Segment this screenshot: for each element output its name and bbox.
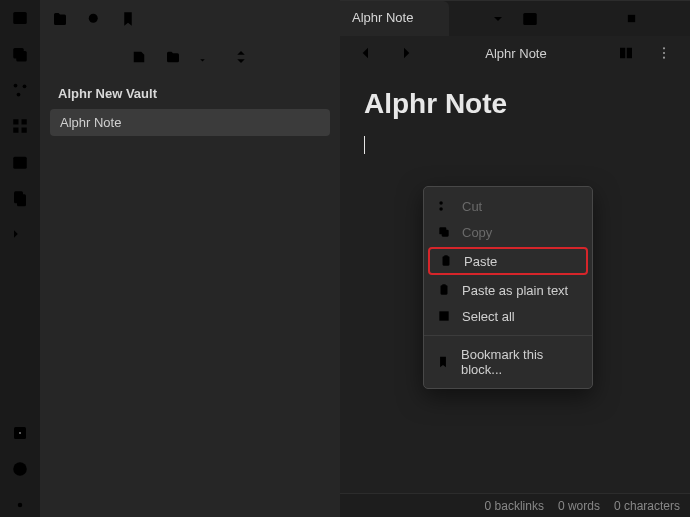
tab-dropdown-icon[interactable] [487, 8, 509, 30]
vault-list: Alphr New Vault Alphr Note [40, 80, 340, 136]
svg-line-45 [664, 15, 671, 22]
svg-point-47 [663, 47, 665, 49]
svg-line-46 [664, 15, 671, 22]
menu-cut-label: Cut [462, 199, 482, 214]
editor-line[interactable] [364, 134, 666, 156]
document-title[interactable]: Alphr Note [364, 88, 666, 120]
vault-icon[interactable] [8, 421, 32, 445]
svg-line-37 [426, 14, 433, 21]
copy-icon [436, 224, 452, 240]
svg-rect-13 [22, 128, 27, 133]
svg-rect-41 [524, 13, 538, 25]
window-close-icon[interactable] [660, 12, 674, 26]
templates-icon[interactable] [8, 186, 32, 210]
right-sidebar-icon[interactable] [519, 8, 541, 30]
svg-line-28 [97, 22, 100, 25]
daily-note-icon[interactable] [8, 150, 32, 174]
nav-forward-icon[interactable] [394, 41, 418, 65]
status-backlinks[interactable]: 0 backlinks [485, 499, 544, 513]
settings-icon[interactable] [8, 493, 32, 517]
svg-line-9 [19, 88, 24, 93]
svg-point-22 [19, 432, 21, 434]
menu-divider [424, 335, 592, 336]
sidebar-toggle-icon[interactable] [8, 6, 32, 30]
help-icon[interactable] [8, 457, 32, 481]
tab-close-icon[interactable] [421, 10, 437, 26]
quick-switcher-icon[interactable] [8, 42, 32, 66]
new-folder-icon[interactable] [163, 47, 183, 67]
svg-point-27 [89, 14, 98, 23]
svg-rect-57 [444, 255, 448, 257]
svg-point-26 [18, 503, 23, 508]
svg-rect-14 [13, 157, 27, 169]
sort-icon[interactable] [197, 47, 217, 67]
svg-rect-12 [13, 128, 18, 133]
activity-bar [0, 0, 40, 517]
menu-paste-plain[interactable]: Paste as plain text [424, 277, 592, 303]
tab-active[interactable]: Alphr Note [340, 1, 449, 36]
status-chars[interactable]: 0 characters [614, 499, 680, 513]
graph-icon[interactable] [8, 78, 32, 102]
sidebar-tabs [40, 0, 340, 38]
tab-row: Alphr Note [340, 0, 690, 36]
svg-rect-10 [13, 119, 18, 124]
context-menu: Cut Copy Paste Paste as plain text Selec… [423, 186, 593, 389]
clipboard-text-icon [436, 282, 452, 298]
maximize-icon[interactable] [624, 12, 638, 26]
svg-point-50 [439, 201, 443, 205]
svg-rect-44 [627, 15, 634, 22]
canvas-icon[interactable] [8, 114, 32, 138]
menu-bookmark[interactable]: Bookmark this block... [424, 342, 592, 382]
nav-back-icon[interactable] [354, 41, 378, 65]
bookmarks-tab-icon[interactable] [114, 5, 142, 33]
svg-line-8 [16, 87, 18, 93]
svg-point-48 [663, 52, 665, 54]
more-icon[interactable] [652, 41, 676, 65]
status-words[interactable]: 0 words [558, 499, 600, 513]
menu-bookmark-label: Bookmark this block... [461, 347, 580, 377]
menu-select-all-label: Select all [462, 309, 515, 324]
menu-copy-label: Copy [462, 225, 492, 240]
file-item[interactable]: Alphr Note [50, 109, 330, 136]
new-tab-icon[interactable] [455, 8, 477, 30]
search-tab-icon[interactable] [80, 5, 108, 33]
menu-paste[interactable]: Paste [428, 247, 588, 275]
breadcrumb-title[interactable]: Alphr Note [418, 46, 614, 61]
svg-rect-11 [22, 119, 27, 124]
menu-cut: Cut [424, 193, 592, 219]
status-bar: 0 backlinks 0 words 0 characters [340, 493, 690, 517]
file-sidebar: Alphr New Vault Alphr Note [40, 0, 340, 517]
reading-mode-icon[interactable] [614, 41, 638, 65]
svg-point-4 [14, 84, 18, 88]
clipboard-icon [438, 253, 454, 269]
svg-rect-0 [13, 12, 27, 24]
svg-point-49 [663, 57, 665, 59]
svg-rect-59 [442, 284, 446, 286]
files-tab-icon[interactable] [46, 5, 74, 33]
svg-point-51 [439, 207, 443, 211]
tab-label: Alphr Note [352, 10, 413, 25]
svg-rect-58 [441, 285, 448, 294]
menu-paste-label: Paste [464, 254, 497, 269]
svg-line-53 [443, 203, 449, 208]
command-icon[interactable] [8, 222, 32, 246]
minimize-icon[interactable] [588, 12, 602, 26]
svg-line-52 [443, 204, 449, 209]
window-controls [572, 12, 690, 26]
new-note-icon[interactable] [129, 47, 149, 67]
menu-paste-plain-label: Paste as plain text [462, 283, 568, 298]
collapse-icon[interactable] [231, 47, 251, 67]
svg-point-6 [17, 93, 21, 97]
text-caret [364, 136, 365, 154]
svg-rect-62 [439, 311, 448, 320]
select-all-icon [436, 308, 452, 324]
svg-rect-19 [17, 194, 26, 206]
app-root: Alphr New Vault Alphr Note Alphr Note [0, 0, 690, 517]
tab-actions [455, 1, 690, 36]
bookmark-icon [436, 354, 451, 370]
sidebar-tools [40, 42, 340, 72]
vault-title[interactable]: Alphr New Vault [50, 80, 330, 107]
svg-point-5 [23, 84, 27, 88]
menu-select-all[interactable]: Select all [424, 303, 592, 329]
svg-line-38 [426, 14, 433, 21]
